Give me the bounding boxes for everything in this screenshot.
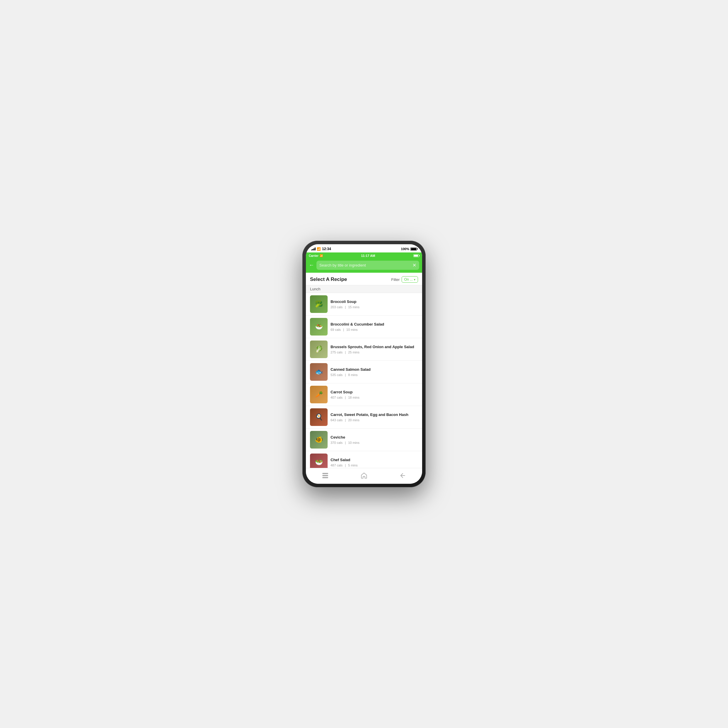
recipe-mins: 5 mins <box>348 463 358 467</box>
separator: | <box>345 418 346 422</box>
recipe-thumbnail: 🥬 <box>310 341 327 358</box>
battery-percent: 100% <box>401 247 409 251</box>
signal-icon <box>311 248 315 251</box>
recipe-info: Ceviche 370 cals | 10 mins <box>330 435 418 444</box>
recipe-cals: 370 cals <box>330 441 343 444</box>
recipe-cals: 407 cals <box>330 396 343 399</box>
filter-button[interactable]: On ... ▾ <box>402 276 418 283</box>
wifi-icon: 📶 <box>317 247 321 251</box>
menu-button[interactable] <box>318 470 333 482</box>
svg-rect-0 <box>323 473 328 474</box>
recipe-mins: 15 mins <box>348 305 359 309</box>
recipe-info: Canned Salmon Salad 535 cals | 8 mins <box>330 367 418 376</box>
recipe-mins: 10 mins <box>348 441 359 444</box>
section-label: Lunch <box>310 287 320 291</box>
carrier-wifi-icon: 📶 <box>320 254 323 257</box>
back-nav-button[interactable] <box>395 470 410 482</box>
recipe-item[interactable]: 🥗 Broccolini & Cucumber Salad 69 cals | … <box>306 315 422 338</box>
status-bar: 📶 12:34 100% <box>306 244 422 252</box>
recipe-item[interactable]: 🥬 Brussels Sprouts, Red Onion and Apple … <box>306 338 422 361</box>
filter-container: Filter On ... ▾ <box>391 276 418 283</box>
recipe-thumbnail: 🥦 <box>310 295 327 313</box>
carrier-info: Carrier 📶 <box>309 254 323 257</box>
recipe-meta: 407 cals | 18 mins <box>330 396 418 399</box>
recipe-list: 🥦 Broccoli Soup 203 cals | 15 mins 🥗 Bro… <box>306 293 422 468</box>
recipe-meta: 275 cals | 25 mins <box>330 350 418 354</box>
recipe-name: Chef Salad <box>330 458 418 463</box>
recipe-cals: 535 cals <box>330 373 343 376</box>
recipe-meta: 203 cals | 15 mins <box>330 305 418 309</box>
separator: | <box>345 373 346 376</box>
menu-icon <box>322 472 329 479</box>
recipe-thumbnail: 🐠 <box>310 431 327 448</box>
separator: | <box>345 463 346 467</box>
recipe-name: Broccolini & Cucumber Salad <box>330 322 418 327</box>
recipe-name: Carrot, Sweet Potato, Egg and Bacon Hash <box>330 413 418 418</box>
carrier-time: 11:17 AM <box>361 254 375 257</box>
recipe-item[interactable]: 🥗 Chef Salad 487 cals | 5 mins <box>306 451 422 468</box>
recipe-name: Broccoli Soup <box>330 300 418 304</box>
battery-icon <box>410 248 417 251</box>
recipe-mins: 20 mins <box>348 418 359 422</box>
recipe-item[interactable]: 🐟 Canned Salmon Salad 535 cals | 8 mins <box>306 361 422 383</box>
filter-label: Filter <box>391 277 400 282</box>
recipe-name: Ceviche <box>330 435 418 440</box>
back-button[interactable]: ← <box>309 262 314 268</box>
list-header: Select A Recipe Filter On ... ▾ <box>306 273 422 285</box>
recipe-cals: 69 cals <box>330 328 341 332</box>
separator: | <box>345 350 346 354</box>
recipe-mins: 18 mins <box>348 396 359 399</box>
search-bar: ← Search by title or ingredient ✕ <box>306 259 422 273</box>
recipe-cals: 487 cals <box>330 463 343 467</box>
recipe-info: Carrot, Sweet Potato, Egg and Bacon Hash… <box>330 413 418 422</box>
recipe-item[interactable]: 🍳 Carrot, Sweet Potato, Egg and Bacon Ha… <box>306 406 422 428</box>
phone-screen: 📶 12:34 100% Carrier 📶 11:17 AM <box>306 244 422 484</box>
recipe-cals: 643 cals <box>330 418 343 422</box>
recipe-mins: 10 mins <box>346 328 358 332</box>
back-icon <box>399 472 406 479</box>
separator: | <box>345 396 346 399</box>
recipe-thumbnail: 🥗 <box>310 454 327 468</box>
chevron-down-icon: ▾ <box>414 278 415 281</box>
separator: | <box>343 328 344 332</box>
recipe-name: Canned Salmon Salad <box>330 367 418 372</box>
search-input-container[interactable]: Search by title or ingredient ✕ <box>317 261 419 270</box>
recipe-info: Brussels Sprouts, Red Onion and Apple Sa… <box>330 345 418 354</box>
carrier-battery <box>413 254 419 257</box>
phone-frame: 📶 12:34 100% Carrier 📶 11:17 AM <box>302 241 426 487</box>
recipe-info: Broccoli Soup 203 cals | 15 mins <box>330 300 418 309</box>
recipe-item[interactable]: 🐠 Ceviche 370 cals | 10 mins <box>306 428 422 451</box>
recipe-item[interactable]: 🥦 Broccoli Soup 203 cals | 15 mins <box>306 293 422 315</box>
home-button[interactable] <box>357 470 371 482</box>
search-placeholder: Search by title or ingredient <box>320 263 366 268</box>
main-content: Select A Recipe Filter On ... ▾ Lunch 🥦 <box>306 273 422 468</box>
recipe-thumbnail: 🐟 <box>310 363 327 381</box>
carrier-name: Carrier <box>309 254 318 257</box>
carrier-bar: Carrier 📶 11:17 AM <box>306 252 422 259</box>
carrier-battery-icon <box>413 254 419 257</box>
recipe-meta: 69 cals | 10 mins <box>330 328 418 332</box>
recipe-meta: 370 cals | 10 mins <box>330 441 418 444</box>
recipe-item[interactable]: 🥕 Carrot Soup 407 cals | 18 mins <box>306 383 422 406</box>
recipe-mins: 8 mins <box>348 373 358 376</box>
svg-rect-1 <box>323 475 328 476</box>
recipe-cals: 275 cals <box>330 350 343 354</box>
status-left: 📶 12:34 <box>311 247 331 251</box>
page-title: Select A Recipe <box>310 277 347 282</box>
recipe-thumbnail: 🍳 <box>310 408 327 426</box>
recipe-info: Carrot Soup 407 cals | 18 mins <box>330 390 418 399</box>
recipe-name: Brussels Sprouts, Red Onion and Apple Sa… <box>330 345 418 350</box>
search-clear-button[interactable]: ✕ <box>413 262 416 268</box>
section-header: Lunch <box>306 285 422 293</box>
recipe-name: Carrot Soup <box>330 390 418 395</box>
recipe-meta: 487 cals | 5 mins <box>330 463 418 467</box>
recipe-cals: 203 cals <box>330 305 343 309</box>
svg-rect-2 <box>323 477 328 478</box>
status-right: 100% <box>401 247 417 251</box>
recipe-meta: 643 cals | 20 mins <box>330 418 418 422</box>
bottom-nav <box>306 468 422 484</box>
home-icon <box>361 472 367 479</box>
recipe-info: Chef Salad 487 cals | 5 mins <box>330 458 418 467</box>
recipe-info: Broccolini & Cucumber Salad 69 cals | 10… <box>330 322 418 332</box>
recipe-thumbnail: 🥕 <box>310 386 327 403</box>
